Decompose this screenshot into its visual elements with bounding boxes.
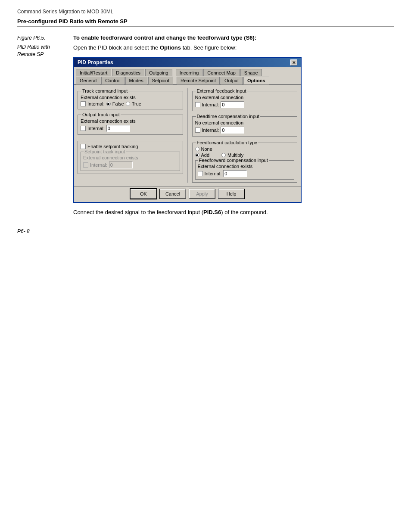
bottom-text: Connect the desired signal to the feedfo… xyxy=(73,209,394,215)
left-column: Track command input External connection … xyxy=(78,88,183,183)
output-track-internal-label: Internal: xyxy=(87,126,105,131)
external-feedback-label: External feedback input xyxy=(196,88,247,93)
cancel-button[interactable]: Cancel xyxy=(160,189,186,199)
instruction-text: Open the PID block and select the Option… xyxy=(73,44,394,51)
deadtime-comp-internal-checkbox[interactable] xyxy=(195,128,200,133)
figure-caption: PID Ratio with Remote SP xyxy=(17,44,65,58)
external-feedback-value[interactable] xyxy=(221,101,244,108)
enable-setpoint-checkbox[interactable] xyxy=(81,144,86,149)
feedforward-comp-internal-checkbox[interactable] xyxy=(198,171,203,176)
tab-initial-restart[interactable]: Initial/Restart xyxy=(76,69,111,76)
track-command-internal-checkbox[interactable] xyxy=(81,101,86,106)
page-number: P6- 8 xyxy=(17,228,394,234)
feedforward-add-label: Add xyxy=(201,152,210,158)
enable-setpoint-label: Enable setpoint tracking xyxy=(87,144,138,149)
dialog-title: PID Properties xyxy=(78,59,113,65)
dialog-titlebar: PID Properties ✕ xyxy=(74,58,301,67)
figure-label: Figure P6.5. xyxy=(17,34,65,42)
deadtime-comp-status: No external connection xyxy=(195,120,295,125)
feedforward-none-radio[interactable] xyxy=(195,147,199,151)
setpoint-track-value[interactable] xyxy=(109,162,133,168)
feedforward-multiply-radio[interactable] xyxy=(221,153,226,157)
external-feedback-status: No external connection xyxy=(195,95,295,100)
tab-connect-map[interactable]: Connect Map xyxy=(203,69,239,76)
track-command-false-label: False xyxy=(112,101,124,106)
enable-setpoint-group: Enable setpoint tracking Setpoint track … xyxy=(78,141,183,174)
tab-shape[interactable]: Shape xyxy=(240,69,262,76)
output-track-label: Output track input xyxy=(81,112,121,117)
track-command-input-group: Track command input External connection … xyxy=(78,91,183,109)
feedforward-comp-label: Feedforward compensation input xyxy=(198,158,269,163)
output-track-value[interactable] xyxy=(106,125,130,132)
feedforward-comp-status: External connection exists xyxy=(198,164,292,169)
track-command-label: Track command input xyxy=(81,88,128,93)
dialog-footer: OK Cancel Apply Help xyxy=(74,186,301,202)
setpoint-track-internal-checkbox[interactable] xyxy=(83,162,88,168)
pid-properties-dialog: PID Properties ✕ Initial/Restart Diagnos… xyxy=(73,57,302,203)
ok-button[interactable]: OK xyxy=(131,189,156,199)
right-column: External feedback input No external conn… xyxy=(192,88,298,183)
tab-modes[interactable]: Modes xyxy=(125,77,147,84)
external-feedback-group: External feedback input No external conn… xyxy=(192,91,298,111)
tab-incoming[interactable]: Incoming xyxy=(176,69,203,76)
track-command-internal-label: Internal: xyxy=(87,101,105,106)
setpoint-track-inner-group: Setpoint track input External connection… xyxy=(81,152,180,171)
doc-title: Command Series Migration to MOD 30ML xyxy=(17,9,394,15)
track-command-true-label: True xyxy=(132,101,141,106)
feedforward-multiply-label: Multiply xyxy=(227,152,243,158)
tab-output[interactable]: Output xyxy=(221,77,243,84)
track-command-false-radio[interactable] xyxy=(106,102,111,106)
setpoint-track-internal-label: Internal: xyxy=(90,162,107,168)
dialog-close-button[interactable]: ✕ xyxy=(290,59,297,65)
feedforward-calc-group: Feedforward calculation type None Add xyxy=(192,143,298,183)
setpoint-track-label: Setpoint track input xyxy=(84,149,126,154)
deadtime-comp-value[interactable] xyxy=(221,127,244,134)
tab-options[interactable]: Options xyxy=(243,77,269,84)
setpoint-track-status: External connection exists xyxy=(83,155,177,160)
dialog-body: Track command input External connection … xyxy=(74,85,301,186)
instruction-heading: To enable feedforward control and change… xyxy=(73,34,394,41)
external-feedback-internal-label: Internal: xyxy=(202,102,219,107)
tab-remote-setpoint[interactable]: Remote Setpoint xyxy=(177,77,220,84)
output-track-internal-checkbox[interactable] xyxy=(81,126,86,131)
tab-control[interactable]: Control xyxy=(101,77,124,84)
deadtime-comp-internal-label: Internal: xyxy=(202,128,219,133)
deadtime-comp-group: Deadtime compensation input No external … xyxy=(192,116,298,137)
tab-diagnostics[interactable]: Diagnostics xyxy=(112,69,144,76)
feedforward-none-label: None xyxy=(201,146,212,152)
column-divider xyxy=(187,88,188,183)
deadtime-comp-label: Deadtime compensation input xyxy=(196,114,261,119)
output-track-status: External connection exists xyxy=(81,118,180,124)
tab-general[interactable]: General xyxy=(76,77,100,84)
feedforward-add-radio[interactable] xyxy=(195,153,199,157)
apply-button[interactable]: Apply xyxy=(189,189,215,199)
feedforward-comp-internal-label: Internal: xyxy=(205,171,222,176)
feedforward-calc-label: Feedforward calculation type xyxy=(196,140,258,145)
dialog-tabs: Initial/Restart Diagnostics Outgoing Inc… xyxy=(74,67,301,85)
output-track-input-group: Output track input External connection e… xyxy=(78,115,183,135)
help-button[interactable]: Help xyxy=(218,189,244,199)
feedforward-comp-group: Feedforward compensation input External … xyxy=(195,160,295,180)
track-command-true-radio[interactable] xyxy=(126,102,130,106)
section-heading: Pre-configured PID Ratio with Remote SP xyxy=(17,18,394,25)
feedforward-comp-value[interactable] xyxy=(223,170,247,177)
tab-outgoing[interactable]: Outgoing xyxy=(145,69,172,76)
tab-setpoint[interactable]: Setpoint xyxy=(148,77,173,84)
external-feedback-internal-checkbox[interactable] xyxy=(195,102,200,107)
track-command-status: External connection exists xyxy=(81,95,180,100)
